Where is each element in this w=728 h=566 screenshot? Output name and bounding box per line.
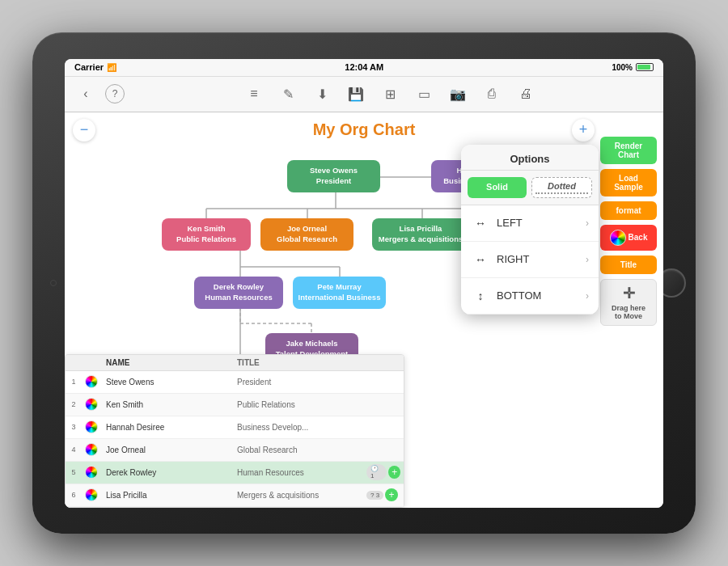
- row-name: Ken Smith: [101, 399, 232, 411]
- grid-row[interactable]: 6 Lisa Pricilla Mergers & acquisitions ?…: [66, 484, 404, 507]
- print-button[interactable]: 🖨: [513, 81, 539, 107]
- row-num: 5: [66, 468, 82, 476]
- edit-button[interactable]: ✎: [275, 81, 301, 107]
- action-bubble[interactable]: ? 3: [366, 491, 383, 500]
- color-wheel-icon: [610, 230, 626, 246]
- battery-percent: 100%: [612, 63, 633, 72]
- node-lisa-pricilla[interactable]: Lisa PricillaMergers & acquisitions: [372, 218, 469, 251]
- load-sample-button[interactable]: Load Sample: [600, 169, 657, 196]
- data-grid: NAME TITLE 1 Steve Owens President: [65, 354, 404, 508]
- list-button[interactable]: ≡: [241, 81, 267, 107]
- grid-col-icon: [82, 355, 101, 370]
- status-left: Carrier 📶: [74, 62, 116, 72]
- node-steve-owens[interactable]: Steve OwensPresident: [287, 160, 380, 192]
- grid-col-num: [66, 355, 82, 370]
- row-icon: [82, 488, 101, 501]
- row-icon: [82, 443, 101, 456]
- wifi-icon: 📶: [107, 63, 116, 72]
- add-row-button[interactable]: +: [388, 466, 400, 479]
- options-item-label: BOTTOM: [497, 289, 586, 302]
- zoom-in-button[interactable]: +: [572, 119, 595, 142]
- row-name: Hannah Desiree: [101, 421, 232, 433]
- save-button[interactable]: 💾: [343, 81, 369, 107]
- row-icon: [82, 375, 101, 388]
- node-ken-smith[interactable]: Ken SmithPublic Relations: [162, 218, 251, 251]
- options-title: Options: [461, 145, 599, 171]
- left-arrow-icon: ↔: [471, 213, 490, 233]
- options-item-left[interactable]: ↔ LEFT ›: [461, 205, 599, 242]
- node-joe-orneal[interactable]: Joe OrnealGlobal Research: [260, 218, 353, 251]
- back-color-button[interactable]: Back: [600, 225, 657, 251]
- add-row-button[interactable]: +: [385, 488, 398, 501]
- node-derek-rowley[interactable]: Derek RowleyHuman Resources: [194, 277, 283, 309]
- row-name: Joe Orneal: [101, 444, 232, 456]
- status-time: 12:04 AM: [345, 62, 383, 72]
- chevron-right-icon: ›: [586, 290, 589, 302]
- row-icon: [82, 398, 101, 411]
- grid-col-actions-header: [363, 355, 404, 370]
- grid-row[interactable]: 1 Steve Owens President: [66, 371, 404, 394]
- options-item-label: RIGHT: [497, 253, 586, 265]
- chevron-right-icon: ›: [586, 254, 589, 265]
- options-popup: Options Solid Dotted ↔ LEFT › ↔ RIGHT: [461, 145, 599, 315]
- battery-icon: [636, 63, 654, 71]
- row-title: Mergers & acquisitions: [232, 489, 363, 501]
- battery-fill: [637, 65, 650, 70]
- chart-area: − + My Org Chart: [65, 112, 663, 508]
- options-tab-dotted[interactable]: Dotted: [531, 177, 592, 198]
- right-side-buttons: Render Chart Load Sample format Back Tit…: [600, 137, 657, 326]
- render-chart-button[interactable]: Render Chart: [600, 137, 657, 164]
- download-button[interactable]: ⬇: [309, 81, 335, 107]
- options-tabs: Solid Dotted: [461, 171, 599, 205]
- action-bubble[interactable]: 🕐 1: [366, 464, 387, 480]
- grid-button[interactable]: ⊞: [377, 81, 403, 107]
- zoom-out-button[interactable]: −: [73, 119, 95, 142]
- row-actions: 🕐 1 +: [363, 464, 404, 480]
- back-button[interactable]: ‹: [73, 81, 99, 107]
- row-name: Derek Rowley: [101, 467, 232, 479]
- status-right: 100%: [612, 63, 654, 72]
- status-bar: Carrier 📶 12:04 AM 100%: [65, 59, 663, 77]
- row-num: 2: [66, 400, 82, 408]
- grid-row[interactable]: 3 Hannah Desiree Business Develop...: [66, 416, 404, 439]
- node-pete-murray[interactable]: Pete MurrayInternational Business: [293, 277, 386, 309]
- row-title: Human Resources: [232, 467, 363, 479]
- grid-row[interactable]: 5 Derek Rowley Human Resources 🕐 1 +: [66, 462, 404, 484]
- options-item-right[interactable]: ↔ RIGHT ›: [461, 242, 599, 278]
- grid-row[interactable]: 2 Ken Smith Public Relations: [66, 394, 404, 416]
- carrier-label: Carrier: [74, 62, 104, 72]
- row-icon: [82, 420, 101, 433]
- grid-header: NAME TITLE: [66, 355, 404, 371]
- row-title: Public Relations: [232, 399, 363, 411]
- chevron-right-icon: ›: [586, 218, 589, 229]
- row-name: Lisa Pricilla: [101, 489, 232, 501]
- camera-dot: [50, 280, 57, 286]
- row-name: Steve Owens: [101, 376, 232, 388]
- drag-to-move-button[interactable]: ✛ Drag hereto Move: [600, 279, 657, 326]
- row-title: Global Research: [232, 444, 363, 456]
- row-icon: [82, 466, 101, 479]
- grid-col-name-header: NAME: [101, 355, 232, 370]
- ios-screen: Carrier 📶 12:04 AM 100% ‹ ? ≡: [65, 59, 663, 508]
- window-button[interactable]: ▭: [411, 81, 437, 107]
- help-button[interactable]: ?: [105, 84, 125, 103]
- row-title: President: [232, 376, 363, 388]
- main-content: − + My Org Chart: [65, 112, 663, 508]
- row-title: Business Develop...: [232, 421, 363, 433]
- chart-title: My Org Chart: [73, 120, 655, 139]
- options-item-bottom[interactable]: ↕ BOTTOM ›: [461, 278, 599, 315]
- toolbar-center: ≡ ✎ ⬇ 💾 ⊞ ▭ 📷 ⎙ 🖨: [241, 81, 539, 107]
- camera-button[interactable]: 📷: [445, 81, 471, 107]
- format-button[interactable]: format: [600, 201, 657, 220]
- options-item-label: LEFT: [497, 217, 586, 229]
- drag-label: Drag hereto Move: [612, 304, 645, 320]
- move-icon: ✛: [623, 285, 635, 302]
- right-arrow-icon: ↔: [471, 250, 490, 269]
- toolbar: ‹ ? ≡ ✎ ⬇ 💾 ⊞ ▭ 📷 ⎙ 🖨: [65, 77, 663, 112]
- grid-col-title-header: TITLE: [232, 355, 363, 370]
- share-button[interactable]: ⎙: [479, 81, 505, 107]
- title-button[interactable]: Title: [600, 256, 657, 274]
- grid-row[interactable]: 4 Joe Orneal Global Research: [66, 439, 404, 462]
- ipad-device: Carrier 📶 12:04 AM 100% ‹ ? ≡: [32, 32, 696, 534]
- options-tab-solid[interactable]: Solid: [468, 177, 527, 198]
